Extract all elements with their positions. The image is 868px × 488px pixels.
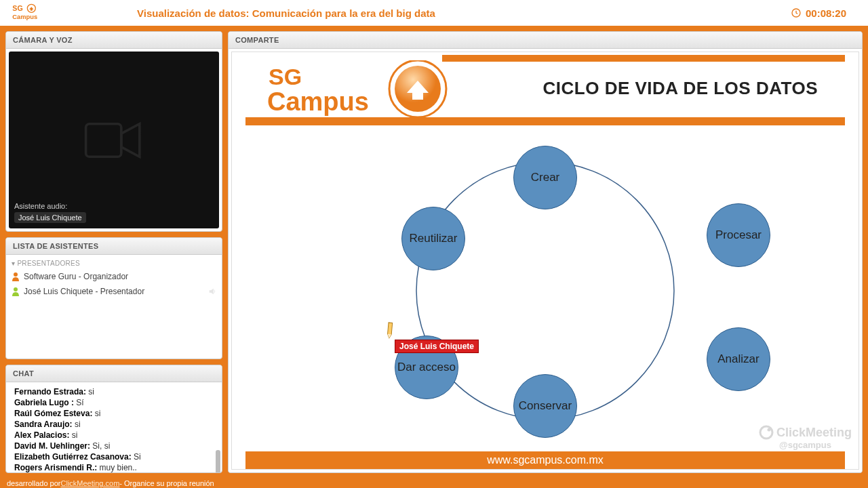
presenter-cursor-label: José Luis Chiquete xyxy=(395,340,479,353)
top-bar: SG Campus Visualización de datos: Comuni… xyxy=(0,0,868,26)
camera-panel: CÁMARA Y VOZ Asistente audio: José Luis … xyxy=(5,31,222,232)
audio-assistant-label: Asistente audio: xyxy=(14,202,86,210)
clickmeeting-watermark: ClickMeeting @sgcampus xyxy=(759,425,852,450)
cycle-node-reutilizar: Reutilizar xyxy=(401,207,465,270)
decorative-band xyxy=(245,117,845,125)
audio-speaker-name: José Luis Chiquete xyxy=(14,212,86,223)
session-title: Visualización de datos: Comunicación par… xyxy=(69,7,791,19)
attendee-row[interactable]: Software Guru - Organizador xyxy=(10,269,218,284)
slide-footer-url: www.sgcampus.com.mx xyxy=(245,451,845,469)
scrollbar-thumb[interactable] xyxy=(216,450,220,472)
attendee-name: Software Guru - Organizador xyxy=(24,272,128,281)
chat-message: Gabriela Lugo : Sí xyxy=(14,397,215,408)
svg-point-6 xyxy=(14,287,18,291)
chat-message: Sandra Araujo: si xyxy=(14,419,215,430)
cycle-node-crear: Crear xyxy=(513,146,577,209)
speaker-icon xyxy=(208,287,216,296)
sg-campus-logo: SG Campus xyxy=(8,2,69,24)
svg-text:Campus: Campus xyxy=(12,14,37,20)
person-icon xyxy=(12,272,20,281)
chat-message: Raúl Gómez Esteva: si xyxy=(14,408,215,419)
attendees-panel-title: LISTA DE ASISTENTES xyxy=(6,238,222,255)
slide-title: CICLO DE VIDA DE LOS DATOS xyxy=(543,78,818,99)
svg-text:SG: SG xyxy=(12,4,22,12)
svg-text:Campus: Campus xyxy=(267,87,369,116)
timer-value: 00:08:20 xyxy=(806,7,846,19)
data-lifecycle-diagram: Crear Procesar Analizar Conservar Dar ac… xyxy=(232,139,859,442)
cycle-node-conservar: Conservar xyxy=(513,374,577,438)
svg-point-5 xyxy=(14,272,18,277)
chat-panel-title: CHAT xyxy=(6,365,222,382)
session-timer: 00:08:20 xyxy=(791,7,860,19)
presenters-group-label: ▾ PRESENTADORES xyxy=(10,258,218,269)
attendee-name: José Luis Chiquete - Presentador xyxy=(24,287,144,296)
clock-icon xyxy=(791,7,802,18)
attendee-row[interactable]: José Luis Chiquete - Presentador xyxy=(10,284,218,299)
video-camera-icon xyxy=(83,117,144,164)
chat-panel: CHAT Fernando Estrada: si Gabriela Lugo … xyxy=(5,365,222,473)
clickmeeting-icon xyxy=(759,425,774,440)
svg-text:SG: SG xyxy=(269,64,302,89)
svg-rect-4 xyxy=(86,123,121,157)
footer-prefix: desarrollado por xyxy=(7,479,61,487)
share-panel: COMPARTE SG Campus xyxy=(228,31,863,473)
attendees-panel: LISTA DE ASISTENTES ▾ PRESENTADORES Soft… xyxy=(5,237,222,359)
cycle-node-procesar: Procesar xyxy=(707,203,770,267)
slide-area[interactable]: SG Campus CICLO DE VIDA DE LOS DATOS xyxy=(229,49,862,472)
chat-message: Alex Palacios: si xyxy=(14,430,215,441)
person-icon xyxy=(12,287,20,296)
camera-panel-title: CÁMARA Y VOZ xyxy=(6,32,222,49)
footer-bar: desarrollado por ClickMeeting.com - Orga… xyxy=(0,479,868,488)
footer-suffix: - Organice su propia reunión xyxy=(119,479,214,487)
chat-message: Elizabeth Gutiérrez Casanova: Si xyxy=(14,451,215,462)
clickmeeting-link[interactable]: ClickMeeting.com xyxy=(61,479,120,487)
cycle-node-analizar: Analizar xyxy=(707,327,770,391)
chat-message-list[interactable]: Fernando Estrada: si Gabriela Lugo : Sí … xyxy=(6,382,222,472)
svg-point-12 xyxy=(760,426,772,439)
chat-message: David M. Uehlinger: Si, si xyxy=(14,441,215,451)
chat-message: Rogers Arismendi R.: muy bien.. xyxy=(14,462,215,472)
svg-point-13 xyxy=(767,428,770,432)
share-panel-title: COMPARTE xyxy=(229,32,862,49)
sg-campus-slide-logo: SG Campus xyxy=(266,60,456,122)
chat-message: Fernando Estrada: si xyxy=(14,386,215,397)
camera-video-area[interactable]: Asistente audio: José Luis Chiquete xyxy=(9,52,219,228)
